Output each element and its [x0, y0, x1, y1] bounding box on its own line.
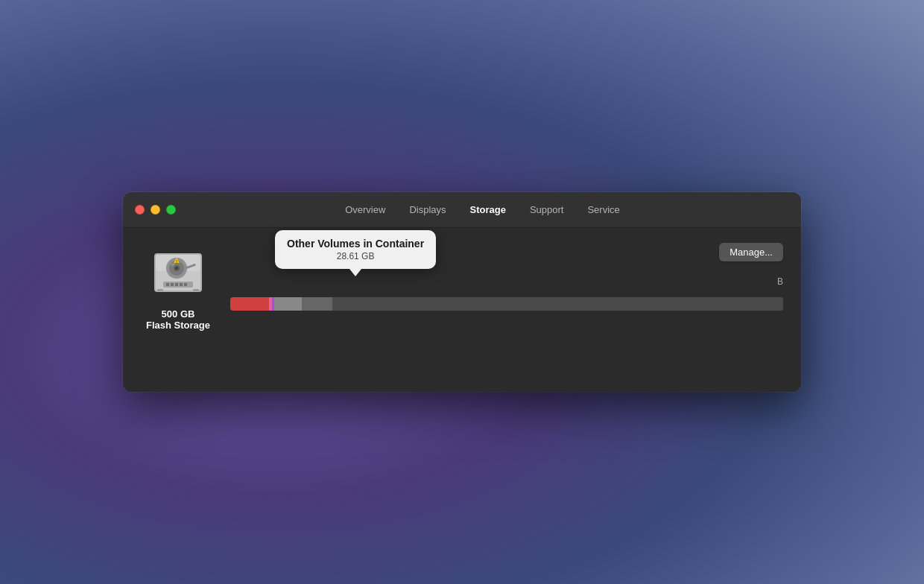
- tab-overview[interactable]: Overview: [335, 201, 396, 218]
- svg-rect-12: [175, 283, 178, 286]
- fullscreen-button[interactable]: [166, 205, 176, 215]
- svg-point-6: [175, 267, 178, 270]
- tab-storage[interactable]: Storage: [460, 201, 516, 218]
- about-this-mac-window: Overview Displays Storage Support Servic…: [123, 192, 801, 392]
- drive-icon: !: [148, 243, 208, 302]
- window-content: ! 500 GB Flash Storage Manage... Other V…: [123, 228, 801, 392]
- bar-segment-red: [230, 297, 269, 311]
- tab-service[interactable]: Service: [577, 201, 630, 218]
- tab-support[interactable]: Support: [519, 201, 575, 218]
- tooltip-size: 28.61 GB: [287, 251, 424, 261]
- bar-segment-gray1: [274, 297, 302, 311]
- tooltip: Other Volumes in Container 28.61 GB: [275, 230, 436, 269]
- storage-bar: [230, 297, 783, 311]
- storage-area: Manage... Other Volumes in Container 28.…: [230, 243, 783, 311]
- minimize-button[interactable]: [151, 205, 160, 215]
- svg-rect-11: [171, 283, 174, 286]
- tab-bar: Overview Displays Storage Support Servic…: [176, 201, 789, 218]
- drive-section: ! 500 GB Flash Storage: [141, 243, 215, 331]
- drive-type-label: Flash Storage: [146, 320, 210, 331]
- traffic-lights: [135, 205, 176, 215]
- svg-rect-13: [180, 283, 183, 286]
- close-button[interactable]: [135, 205, 145, 215]
- titlebar: Overview Displays Storage Support Servic…: [123, 192, 801, 228]
- svg-rect-14: [184, 283, 187, 286]
- tooltip-title: Other Volumes in Container: [287, 238, 424, 250]
- disk-label: B: [777, 276, 783, 287]
- bar-segment-empty: [332, 297, 783, 311]
- drive-size-label: 500 GB: [162, 308, 195, 320]
- svg-rect-17: [157, 289, 163, 291]
- storage-bar-wrapper: Other Volumes in Container 28.61 GB B: [230, 297, 783, 311]
- tab-displays[interactable]: Displays: [399, 201, 456, 218]
- svg-rect-10: [166, 283, 169, 286]
- bar-segment-gray2: [302, 297, 332, 311]
- manage-button[interactable]: Manage...: [719, 243, 783, 261]
- svg-rect-18: [193, 289, 199, 291]
